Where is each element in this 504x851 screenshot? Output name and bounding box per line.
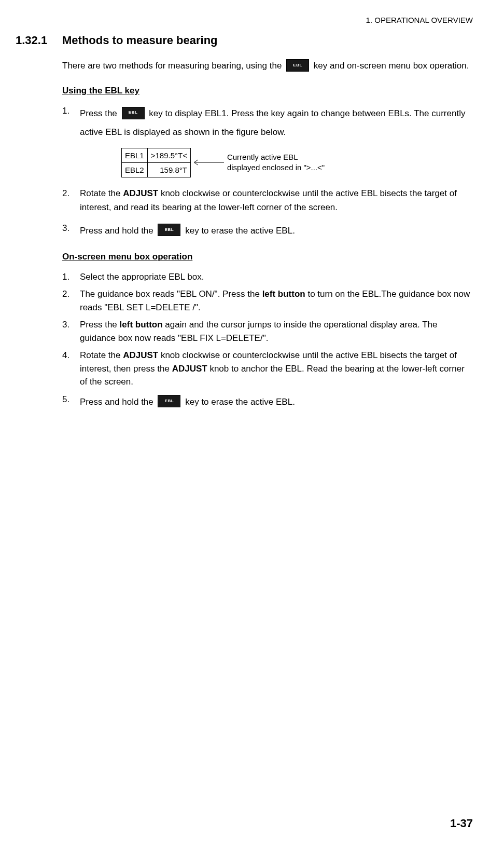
intro-paragraph: There are two methods for measuring bear… [62,58,473,74]
stepB4: Rotate the ADJUST knob clockwise or coun… [62,349,473,389]
stepB2-pre: The guidance box reads "EBL ON/". Press … [80,289,262,299]
stepA2-pre: Rotate the [80,188,123,198]
stepB4-pre: Rotate the [80,350,123,360]
steps-using-ebl-key: Press the EBL key to display EBL1. Press… [62,104,473,240]
stepB4-bold2: ADJUST [172,364,207,374]
stepA2-bold: ADJUST [123,188,158,198]
arrow-left-icon [192,159,224,166]
stepA1: Press the EBL key to display EBL1. Press… [62,104,473,177]
ebl2-label: EBL2 [122,162,148,177]
ebl-key-icon: EBL [158,395,180,407]
stepB2: The guidance box reads "EBL ON/". Press … [62,287,473,314]
stepB3-bold: left button [120,320,163,330]
stepB2-bold: left button [262,289,305,299]
intro-before: There are two methods for measuring bear… [62,61,284,71]
steps-onscreen-menu: Select the appropriate EBL box. The guid… [62,270,473,411]
stepB3-pre: Press the [80,320,120,330]
callout-line1: Currently active EBL [227,153,298,161]
ebl1-label: EBL1 [122,148,148,162]
ebl2-value: 159.8°T [147,162,190,177]
ebl-key-icon: EBL [158,224,180,236]
stepA3: Press and hold the EBL key to erase the … [62,222,473,240]
callout-line2: displayed enclosed in ">...<" [227,163,325,172]
stepA3-after: key to erase the active EBL. [185,226,295,236]
ebl-status-table: EBL1 >189.5°T< EBL2 159.8°T [121,148,191,178]
subheading-ebl-key: Using the EBL key [62,86,473,96]
figure-callout: Currently active EBL displayed enclosed … [227,152,325,173]
ebl-figure: EBL1 >189.5°T< EBL2 159.8°T Currently [121,148,473,178]
section-number: 1.32.1 [16,34,62,47]
chapter-header: 1. OPERATIONAL OVERVIEW [16,16,473,24]
stepA1-before: Press the [80,108,120,118]
stepB3: Press the left button again and the curs… [62,318,473,345]
ebl-key-icon: EBL [286,59,309,72]
stepA2: Rotate the ADJUST knob clockwise or coun… [62,187,473,214]
ebl-key-icon: EBL [122,107,145,119]
stepA3-before: Press and hold the [80,226,156,236]
stepB5-before: Press and hold the [80,397,156,407]
stepB5: Press and hold the EBL key to erase the … [62,393,473,411]
stepB5-after: key to erase the active EBL. [185,397,295,407]
subheading-onscreen: On-screen menu box operation [62,252,473,262]
intro-after: key and on-screen menu box operation. [314,61,469,71]
section-heading-row: 1.32.1 Methods to measure bearing [16,34,473,47]
stepB4-bold1: ADJUST [123,350,158,360]
ebl1-value: >189.5°T< [147,148,190,162]
page-number: 1-37 [450,817,473,830]
stepB1: Select the appropriate EBL box. [62,270,473,284]
section-title: Methods to measure bearing [62,34,218,47]
